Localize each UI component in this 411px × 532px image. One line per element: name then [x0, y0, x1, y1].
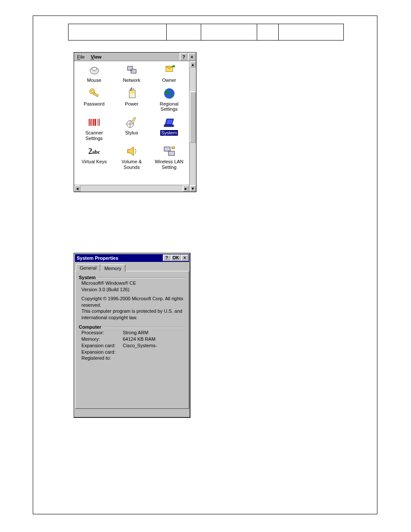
- tab-general[interactable]: General: [76, 264, 100, 271]
- menu-view[interactable]: View: [88, 53, 105, 60]
- scroll-down-button[interactable]: ▼: [190, 185, 196, 192]
- cp-item-wireless-lan[interactable]: Wireless LAN Setting: [151, 143, 187, 171]
- system-block: Microsoft® Windows® CE Version 3.0 (Buil…: [79, 280, 185, 321]
- dialog-help-button[interactable]: ?: [163, 255, 171, 261]
- header-table: [68, 24, 344, 40]
- divider: [103, 327, 185, 327]
- barcode-icon: [87, 115, 101, 129]
- divider: [97, 277, 185, 278]
- horizontal-scrollbar[interactable]: ◄ ►: [74, 185, 189, 192]
- svg-rect-11: [93, 93, 98, 96]
- kv-val: 64124 KB RAM: [123, 336, 185, 342]
- svg-marker-30: [128, 147, 134, 156]
- dialog-title: System Properties: [77, 255, 118, 261]
- vertical-scrollbar[interactable]: ▲ ▼: [189, 61, 196, 192]
- password-icon: [87, 87, 101, 100]
- svg-rect-8: [172, 65, 175, 67]
- cp-label: Volume & Sounds: [121, 159, 142, 170]
- menu-view-rest: iew: [94, 54, 102, 59]
- kv-key: Processor:: [81, 330, 123, 336]
- stylus-icon: [125, 115, 139, 129]
- svg-rect-4: [131, 69, 136, 73]
- network-icon: [125, 63, 139, 77]
- vscroll-track[interactable]: [190, 68, 196, 185]
- menubar: File View ? ×: [74, 53, 196, 61]
- cp-item-volume-sounds[interactable]: Volume & Sounds: [113, 143, 150, 171]
- system-icon: [162, 115, 176, 129]
- vscroll-thumb[interactable]: [190, 91, 196, 143]
- help-button[interactable]: ?: [180, 53, 188, 61]
- svg-rect-13: [130, 91, 134, 93]
- scroll-up-button[interactable]: ▲: [190, 61, 196, 68]
- system-line2: Version 3.0 (Build 126): [81, 286, 185, 293]
- scroll-left-button[interactable]: ◄: [74, 185, 81, 192]
- wireless-icon: [162, 144, 176, 158]
- cp-item-regional-settings[interactable]: Regional Settings: [151, 86, 187, 113]
- cp-label-selected: System: [160, 130, 178, 136]
- menu-file[interactable]: File: [74, 53, 88, 60]
- cp-label: Password: [84, 101, 104, 107]
- kv-key: Registered to:: [81, 355, 123, 361]
- power-icon: [125, 87, 139, 100]
- svg-rect-31: [164, 147, 170, 151]
- svg-rect-32: [168, 151, 174, 156]
- cp-label: Virtual Keys: [81, 159, 107, 165]
- owner-icon: [162, 63, 176, 77]
- cp-item-owner[interactable]: Owner: [151, 62, 187, 84]
- cp-item-power[interactable]: Power: [113, 86, 150, 113]
- svg-rect-29: [164, 125, 174, 127]
- svg-rect-15: [131, 88, 131, 90]
- dialog-close-button[interactable]: ×: [181, 255, 189, 261]
- cp-item-scanner-settings[interactable]: Scanner Settings: [76, 115, 112, 142]
- tabs: General Memory: [75, 264, 189, 271]
- scroll-right-button[interactable]: ►: [183, 185, 189, 192]
- cp-label: Mouse: [87, 78, 101, 83]
- cp-label: Regional Settings: [160, 101, 178, 112]
- cp-label: Scanner Settings: [85, 130, 103, 141]
- kv-val: [123, 349, 185, 355]
- group-computer-label: Computer: [79, 324, 101, 330]
- control-panel-viewport: Mouse Network Owner: [74, 61, 189, 185]
- cp-label: Stylus: [125, 130, 138, 136]
- cp-item-system[interactable]: System: [151, 115, 187, 142]
- cp-item-network[interactable]: Network: [113, 62, 150, 84]
- tab-panel: System Microsoft® Windows® CE Version 3.…: [75, 271, 189, 409]
- volume-icon: [125, 144, 139, 158]
- svg-rect-28: [131, 117, 135, 123]
- cp-label: Wireless LAN Setting: [155, 159, 184, 170]
- system-line1: Microsoft® Windows® CE: [81, 280, 185, 286]
- system-copyright2: This computer program is protected by U.…: [81, 308, 185, 321]
- cp-item-virtual-keys[interactable]: 2abc Virtual Keys: [76, 143, 112, 171]
- mouse-icon: [87, 63, 101, 77]
- svg-point-10: [91, 90, 93, 92]
- close-button[interactable]: ×: [188, 53, 196, 61]
- kv-val: Cisco_Systems-: [123, 342, 185, 349]
- cp-item-password[interactable]: Password: [76, 86, 112, 113]
- hscroll-track[interactable]: [81, 185, 183, 192]
- svg-rect-2: [92, 67, 97, 71]
- kv-val: [123, 355, 185, 361]
- virtual-keys-icon: 2abc: [87, 144, 101, 158]
- cp-label: Owner: [162, 78, 176, 83]
- computer-block: Processor:Strong ARM Memory:64124 KB RAM…: [79, 330, 185, 361]
- svg-rect-33: [172, 147, 174, 149]
- tab-memory[interactable]: Memory: [100, 264, 125, 272]
- cp-item-mouse[interactable]: Mouse: [76, 62, 112, 84]
- globe-icon: [162, 87, 176, 100]
- kv-key: Memory:: [81, 336, 123, 342]
- menu-file-rest: ile: [80, 54, 85, 59]
- group-system-label: System: [79, 275, 96, 280]
- dialog-ok-button[interactable]: OK: [171, 255, 181, 261]
- svg-rect-16: [133, 88, 134, 90]
- kv-val: Strong ARM: [123, 330, 185, 336]
- control-panel-window: File View ? × Mo: [74, 52, 196, 192]
- cp-label: Network: [123, 78, 140, 83]
- kv-key: Expansion card:: [81, 342, 123, 349]
- dialog-titlebar: System Properties ? OK ×: [75, 254, 189, 262]
- kv-key: Expansion card:: [81, 349, 123, 355]
- system-properties-dialog: System Properties ? OK × General Memory …: [74, 253, 190, 418]
- cp-label: Power: [125, 101, 138, 107]
- system-copyright1: Copyright © 1996-2000 Microsoft Corp. Al…: [81, 296, 185, 308]
- cp-item-stylus[interactable]: Stylus: [113, 115, 150, 142]
